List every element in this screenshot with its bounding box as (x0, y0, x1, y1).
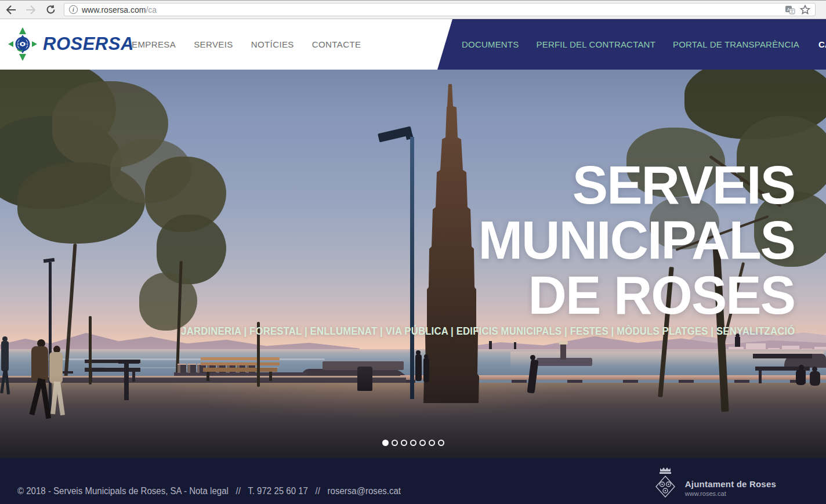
ajuntament-link[interactable]: Ajuntament de Roses www.roses.cat (653, 466, 776, 499)
pier-block (187, 364, 196, 373)
bench-lit (201, 357, 280, 360)
nav-item-perfil-contractant[interactable]: PERFIL DEL CONTRACTANT (536, 39, 655, 49)
footer-email: rosersa@roses.cat (328, 486, 401, 496)
bench-leg (269, 372, 272, 381)
back-button[interactable] (2, 2, 20, 17)
back-arrow-icon (6, 5, 16, 14)
nav-item-contacte[interactable]: CONTACTE (312, 39, 361, 49)
ajuntament-url: www.roses.cat (685, 490, 776, 497)
carousel-dot-5[interactable] (419, 440, 426, 446)
bench-lit (201, 362, 280, 365)
hero-title-line3: DE ROSES (478, 268, 795, 323)
street-lamp-small-pole (49, 262, 52, 412)
secondary-nav-band: DOCUMENTS PERFIL DEL CONTRACTANT PORTAL … (437, 19, 826, 70)
browser-toolbar: i www.rosersa.com/ca A文 (0, 0, 826, 19)
bench-leg (206, 372, 209, 381)
bench-right (753, 354, 812, 358)
logo-wordmark: ROSERSA (43, 34, 134, 55)
url-text: www.rosersa.com/ca (82, 5, 785, 14)
footer: © 2018 - Serveis Municipals de Roses, SA… (0, 458, 826, 504)
hero-title-line1: SERVEIS (478, 158, 795, 213)
hero-subtitle: JARDINERIA | FORESTAL | ENLLUMENAT | VIA… (181, 325, 795, 338)
footer-separator: // (236, 486, 241, 496)
footer-phone: T. 972 25 60 17 (248, 486, 308, 496)
reload-button[interactable] (42, 2, 59, 17)
person-sitting (810, 371, 820, 386)
ajuntament-crest-icon (653, 466, 678, 499)
carousel-dot-1[interactable] (382, 440, 389, 446)
language-dropdown[interactable]: CAT (818, 39, 826, 49)
hero-title: SERVEIS MUNICIPALS DE ROSES (478, 158, 795, 323)
carousel-dot-6[interactable] (429, 440, 435, 446)
footer-copyright: © 2018 - Serveis Municipals de Roses, SA… (17, 486, 401, 496)
hero-subtitle-wrap: JARDINERIA | FORESTAL | ENLLUMENAT | VIA… (97, 325, 795, 338)
tree-trunk (89, 316, 92, 385)
bookmark-star-icon[interactable] (800, 5, 810, 14)
hero-title-line2: MUNICIPALS (478, 213, 795, 268)
hero-lighthouse-light (559, 341, 568, 345)
person-sitting (796, 369, 806, 385)
rosersa-compass-icon (8, 27, 37, 61)
bench-lit (203, 368, 277, 372)
nota-legal-link[interactable]: Nota legal (189, 486, 229, 496)
pedestrian-woman (49, 352, 63, 383)
url-path: /ca (146, 5, 157, 14)
carousel-dot-7[interactable] (438, 440, 444, 446)
reload-icon (46, 5, 56, 14)
carousel-dot-3[interactable] (401, 440, 407, 446)
ajuntament-name: Ajuntament de Roses (685, 479, 776, 489)
nav-item-portal-transparencia[interactable]: PORTAL DE TRANSPARÈNCIA (673, 39, 799, 49)
forward-arrow-icon (26, 5, 36, 14)
url-bar[interactable]: i www.rosersa.com/ca A文 (64, 3, 816, 16)
sign-post (124, 360, 129, 400)
ajuntament-texts: Ajuntament de Roses www.roses.cat (685, 479, 776, 499)
bench-dark (85, 368, 140, 372)
footer-separator: // (316, 486, 320, 496)
forward-button[interactable] (22, 2, 39, 17)
pier-block (177, 364, 186, 373)
bench-leg (759, 371, 762, 383)
main-nav: EMPRESA SERVEIS NOTÍCIES CONTACTE (132, 19, 361, 70)
trash-bin (357, 367, 372, 391)
pedestrian (423, 358, 429, 382)
carousel-dots (0, 440, 826, 446)
copyright-text: © 2018 - Serveis Municipals de Roses, SA… (17, 486, 187, 496)
pedestrian-man (31, 346, 48, 381)
bench-leg (132, 372, 135, 382)
person-sitting (735, 337, 740, 347)
nav-item-noticies[interactable]: NOTÍCIES (251, 39, 294, 49)
pedestrian (1, 341, 9, 371)
carousel-dot-4[interactable] (410, 440, 416, 446)
hero-lighthouse (560, 344, 566, 360)
nav-item-serveis[interactable]: SERVEIS (194, 39, 233, 49)
hero-promenade-light (145, 383, 609, 423)
site-header: ROSERSA EMPRESA SERVEIS NOTÍCIES CONTACT… (0, 19, 826, 70)
language-label: CAT (818, 39, 826, 49)
url-host: www.rosersa.com (82, 5, 146, 14)
sign-post (118, 360, 139, 364)
carousel-dot-2[interactable] (392, 440, 398, 446)
hero-sea-streak (35, 358, 325, 360)
street-lamp-pole (410, 137, 414, 399)
hero-carousel-slide: SERVEIS MUNICIPALS DE ROSES JARDINERIA |… (0, 70, 826, 458)
pedestrian (415, 354, 422, 381)
svg-text:文: 文 (790, 9, 794, 13)
page-info-icon[interactable]: i (69, 5, 78, 14)
rosersa-logo[interactable]: ROSERSA (8, 27, 134, 61)
translate-icon[interactable]: A文 (785, 5, 795, 14)
nav-item-documents[interactable]: DOCUMENTS (462, 39, 519, 49)
hero-distant-person (489, 341, 492, 349)
hero-distant-person (514, 342, 516, 349)
nav-item-empresa[interactable]: EMPRESA (132, 39, 176, 49)
